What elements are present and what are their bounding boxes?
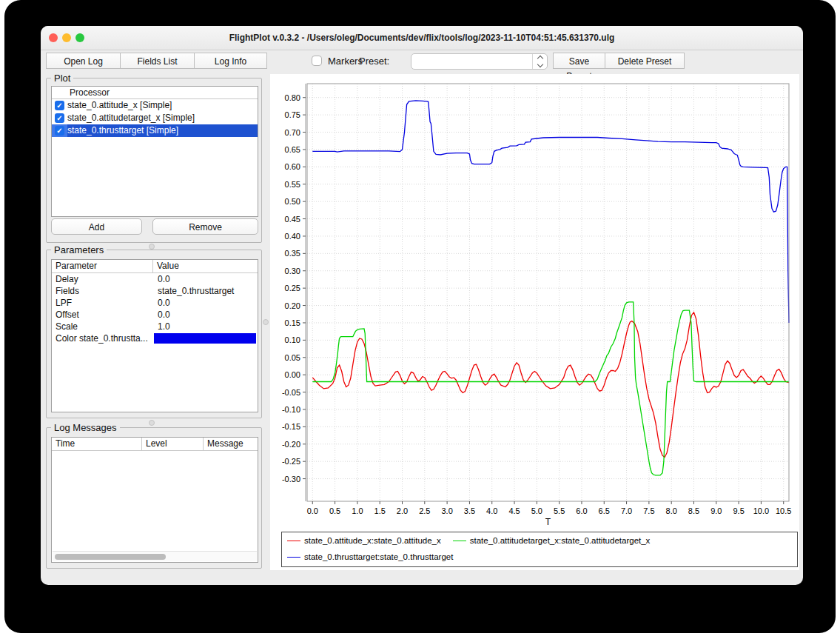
- y-tick-label: 0.00: [285, 370, 300, 379]
- legend-label: state_0.thrusttarget:state_0.thrusttarge…: [304, 552, 453, 561]
- x-tick-label: 4.0: [486, 506, 497, 515]
- legend-label: state_0.attitude_x:state_0.attitude_x: [304, 536, 441, 545]
- y-tick-label: 0.40: [285, 232, 300, 241]
- plot-group: Plot Processor ✓state_0.attitude_x [Simp…: [46, 78, 262, 243]
- preset-label: Preset:: [359, 56, 389, 67]
- remove-processor-button[interactable]: Remove: [152, 218, 258, 235]
- x-tick-label: 9.0: [710, 506, 722, 515]
- x-tick-label: 8.5: [688, 506, 699, 515]
- y-tick-label: -0.15: [282, 422, 300, 431]
- processor-list-item[interactable]: ✓state_0.attitudetarget_x [Simple]: [52, 112, 258, 124]
- parameters-group: Parameters ParameterValue Delay0.0Fields…: [46, 250, 262, 418]
- delete-preset-button[interactable]: Delete Preset: [605, 53, 685, 69]
- x-tick-label: 7.0: [621, 506, 632, 515]
- item-checkbox[interactable]: ✓: [55, 126, 64, 136]
- markers-checkbox[interactable]: [312, 56, 322, 66]
- y-tick-label: 0.65: [285, 145, 300, 154]
- log-column-header-level[interactable]: Level: [142, 438, 204, 450]
- log-info-button[interactable]: Log Info: [194, 53, 267, 69]
- x-tick-label: 3.5: [464, 506, 475, 515]
- y-tick-label: 0.20: [285, 301, 300, 310]
- legend-line-icon: [287, 557, 300, 558]
- x-tick-label: 9.5: [733, 506, 744, 515]
- titlebar[interactable]: FlightPlot v.0.3.2 - /Users/oleg/Documen…: [41, 26, 803, 50]
- x-tick-label: 4.5: [508, 506, 520, 515]
- parameter-row[interactable]: Fieldsstate_0.thrusttarget: [52, 285, 258, 297]
- y-tick-label: 0.35: [285, 249, 300, 258]
- parameter-value[interactable]: state_0.thrusttarget: [153, 285, 258, 297]
- y-tick-label: -0.10: [282, 405, 300, 414]
- log-messages-group: Log Messages TimeLevelMessage: [46, 427, 262, 569]
- y-tick-label: 0.30: [285, 267, 300, 275]
- splitter-grip[interactable]: [263, 319, 269, 325]
- x-tick-label: 7.5: [643, 506, 654, 515]
- parameter-row[interactable]: Scale1.0: [52, 321, 258, 332]
- x-tick-label: 5.5: [554, 506, 565, 515]
- add-processor-button[interactable]: Add: [51, 218, 142, 235]
- parameter-row[interactable]: Offset0.0: [52, 309, 258, 321]
- y-tick-label: 0.70: [285, 128, 300, 137]
- y-tick-label: -0.25: [282, 457, 300, 466]
- legend-entry: state_0.attitudetarget_x:state_0.attitud…: [453, 536, 651, 545]
- x-tick-label: 1.5: [374, 506, 386, 515]
- legend-line-icon: [287, 541, 300, 541]
- log-column-header-time[interactable]: Time: [52, 438, 142, 450]
- parameter-value[interactable]: [153, 332, 258, 344]
- item-checkbox[interactable]: ✓: [55, 101, 64, 110]
- item-checkbox[interactable]: ✓: [55, 113, 64, 123]
- y-tick-label: 0.15: [285, 318, 300, 327]
- plot-group-title: Plot: [51, 73, 73, 84]
- parameters-table[interactable]: ParameterValue Delay0.0Fieldsstate_0.thr…: [51, 259, 258, 412]
- log-messages-table[interactable]: TimeLevelMessage: [51, 437, 258, 563]
- y-tick-label: -0.05: [282, 388, 300, 397]
- processor-item-label: state_0.attitudetarget_x [Simple]: [67, 112, 258, 124]
- y-tick-label: -0.30: [282, 475, 300, 484]
- splitter-grip[interactable]: [149, 244, 155, 250]
- save-preset-button[interactable]: Save Preset: [553, 53, 605, 69]
- parameter-name: Scale: [52, 321, 153, 332]
- preset-combobox[interactable]: [411, 53, 548, 70]
- open-log-button[interactable]: Open Log: [46, 53, 121, 69]
- parameter-value[interactable]: 0.0: [153, 297, 258, 309]
- y-tick-label: 0.50: [285, 197, 300, 206]
- color-swatch[interactable]: [154, 333, 256, 344]
- legend-entry: state_0.attitude_x:state_0.attitude_x: [287, 536, 441, 545]
- parameter-value[interactable]: 0.0: [153, 309, 258, 321]
- parameter-name: LPF: [52, 297, 153, 309]
- y-tick-label: 0.55: [285, 180, 300, 189]
- x-axis-title: T: [545, 517, 551, 527]
- value-column-header[interactable]: Value: [153, 260, 258, 272]
- y-tick-label: 0.60: [285, 162, 300, 171]
- x-tick-label: 0.0: [307, 506, 318, 515]
- x-tick-label: 0.5: [329, 506, 340, 515]
- log-horizontal-scrollbar[interactable]: [53, 551, 257, 561]
- parameter-value[interactable]: 0.0: [153, 273, 258, 285]
- processor-list-item[interactable]: ✓state_0.attitude_x [Simple]: [52, 99, 258, 112]
- legend-line-icon: [453, 541, 466, 541]
- fields-list-button[interactable]: Fields List: [120, 53, 195, 69]
- chart-panel: 0.800.750.700.650.600.550.500.450.400.35…: [270, 74, 799, 570]
- processor-list-item[interactable]: ✓state_0.thrusttarget [Simple]: [52, 124, 258, 137]
- log-column-header-message[interactable]: Message: [204, 438, 258, 450]
- parameter-row[interactable]: Delay0.0: [52, 273, 258, 285]
- parameter-row[interactable]: Color state_0.thrustta...: [52, 332, 258, 344]
- y-tick-label: 0.80: [285, 93, 300, 102]
- combobox-stepper-icon[interactable]: [532, 54, 547, 69]
- x-tick-label: 2.0: [397, 506, 408, 515]
- x-tick-label: 3.0: [441, 506, 452, 515]
- x-tick-label: 5.0: [531, 506, 542, 515]
- parameter-value[interactable]: 1.0: [153, 321, 258, 332]
- flight-plot-chart[interactable]: 0.800.750.700.650.600.550.500.450.400.35…: [270, 74, 799, 527]
- scrollbar-thumb[interactable]: [55, 554, 166, 560]
- flightplot-window: FlightPlot v.0.3.2 - /Users/oleg/Documen…: [41, 26, 803, 585]
- processor-item-label: state_0.thrusttarget [Simple]: [67, 124, 258, 137]
- processor-list[interactable]: Processor ✓state_0.attitude_x [Simple]✓s…: [51, 86, 258, 217]
- x-tick-label: 10.0: [753, 506, 769, 515]
- processor-column-header[interactable]: Processor: [52, 87, 258, 99]
- y-tick-label: 0.05: [285, 353, 300, 362]
- parameter-column-header[interactable]: Parameter: [52, 260, 153, 272]
- legend-entry: state_0.thrusttarget:state_0.thrusttarge…: [287, 552, 453, 561]
- splitter-grip[interactable]: [149, 420, 155, 426]
- parameter-row[interactable]: LPF0.0: [52, 297, 258, 309]
- log-messages-group-title: Log Messages: [51, 422, 120, 433]
